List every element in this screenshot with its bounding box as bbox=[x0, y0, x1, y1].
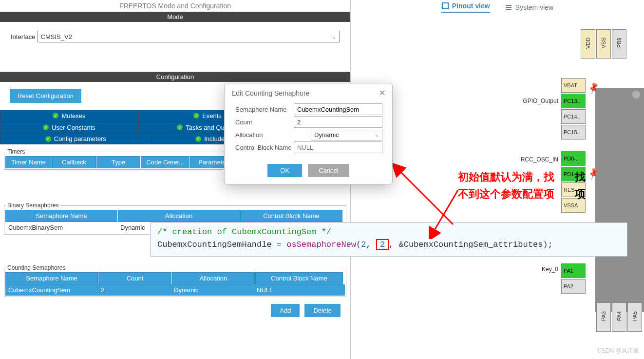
pin-vss[interactable]: VSS bbox=[596, 29, 611, 59]
cell-sem-name: CubemxBinarySem bbox=[5, 222, 117, 233]
pin-pa2[interactable]: PA2 bbox=[561, 279, 586, 294]
check-icon: ✓ bbox=[45, 136, 51, 142]
system-view-tab[interactable]: System view bbox=[505, 2, 554, 13]
interface-row: Interface CMSIS_V2 ⌄ bbox=[0, 22, 350, 72]
interface-value: CMSIS_V2 bbox=[41, 33, 72, 40]
pin-pb9[interactable]: PB9 bbox=[612, 29, 626, 59]
configuration-bar: Configuration bbox=[0, 72, 350, 82]
cell-cbn2: NULL bbox=[254, 284, 341, 296]
cell-alloc2: Dynamic bbox=[171, 284, 254, 296]
cell-count: 2 bbox=[98, 284, 171, 296]
col-type[interactable]: Type bbox=[96, 156, 140, 168]
col-callback[interactable]: Callback bbox=[52, 156, 96, 168]
edit-counting-semaphore-dialog: Edit Counting Semaphore ✕ Semaphore Name… bbox=[224, 83, 393, 184]
timers-legend: Timers bbox=[5, 148, 27, 155]
pin-pc14[interactable]: PC14.. bbox=[561, 109, 586, 124]
cancel-button[interactable]: Cancel bbox=[308, 164, 349, 177]
label-count: Count bbox=[235, 119, 294, 126]
pin-pa3[interactable]: PA3 bbox=[596, 302, 611, 332]
pin-pd0[interactable]: PD0-.. bbox=[561, 151, 586, 166]
watermark: CSDN @风正豪 bbox=[597, 347, 639, 355]
code-comment: /* creation of CubemxCountingSem */ bbox=[157, 226, 620, 239]
tab-mutexes[interactable]: ✓Mutexes bbox=[0, 110, 138, 121]
dialog-title: Edit Counting Semaphore bbox=[231, 89, 309, 97]
check-icon: ✓ bbox=[43, 124, 49, 130]
counting-legend: Counting Semaphores bbox=[5, 264, 67, 271]
label-sem-name: Semaphore Name bbox=[235, 106, 294, 113]
col-codegen[interactable]: Code Gene... bbox=[141, 156, 189, 168]
delete-button-2[interactable]: Delete bbox=[304, 304, 341, 317]
col-alloc2[interactable]: Allocation bbox=[172, 272, 255, 284]
chevron-down-icon: ⌄ bbox=[332, 34, 336, 40]
col-timer-name[interactable]: Timer Name bbox=[5, 156, 52, 168]
chip-body bbox=[595, 88, 644, 312]
pin-vdd[interactable]: VDD bbox=[581, 29, 595, 59]
col-alloc[interactable]: Allocation bbox=[118, 210, 240, 222]
tab-user-constants[interactable]: ✓User Constants bbox=[0, 121, 138, 133]
select-allocation[interactable]: Dynamic ⌄ bbox=[311, 129, 382, 140]
label-key0: Key_0 bbox=[529, 266, 558, 273]
pin-vbat[interactable]: VBAT bbox=[561, 78, 586, 93]
mode-bar: Mode bbox=[0, 12, 350, 22]
close-icon[interactable]: ✕ bbox=[379, 88, 385, 98]
pin-pa1[interactable]: PA1 bbox=[561, 263, 586, 278]
check-icon: ✓ bbox=[195, 136, 201, 142]
check-icon: ✓ bbox=[177, 124, 183, 130]
tab-config-params[interactable]: ✓Config parameters bbox=[0, 133, 152, 144]
freertos-title: FREERTOS Mode and Configuration bbox=[0, 0, 350, 12]
col-cbn2[interactable]: Control Block Name bbox=[255, 272, 343, 284]
col-count[interactable]: Count bbox=[98, 272, 171, 284]
interface-label: Interface bbox=[11, 33, 36, 40]
interface-select[interactable]: CMSIS_V2 ⌄ bbox=[38, 31, 340, 42]
col-sem-name[interactable]: Semaphore Name bbox=[5, 210, 117, 222]
ok-button[interactable]: OK bbox=[267, 164, 302, 177]
label-allocation: Allocation bbox=[235, 131, 311, 139]
table-row-selected[interactable]: CubemxCountingSem 2 Dynamic NULL bbox=[5, 284, 345, 296]
check-icon: ✓ bbox=[53, 113, 58, 119]
annotation-red: 初始值默认为满，找不到这个参数配置项 bbox=[458, 168, 554, 202]
pin-pc13[interactable]: PC13.. bbox=[561, 94, 586, 108]
add-button-2[interactable]: Add bbox=[271, 304, 300, 317]
binary-legend: Binary Semaphores bbox=[5, 202, 60, 209]
col-sem-name2[interactable]: Semaphore Name bbox=[5, 272, 98, 284]
label-gpio-output: GPIO_Output bbox=[505, 98, 558, 104]
code-line2: CubemxCountingSemHandle = osSemaphoreNew… bbox=[157, 239, 620, 251]
pin-pa5[interactable]: PA5 bbox=[627, 302, 642, 332]
reset-configuration-button[interactable]: Reset Configuration bbox=[10, 89, 81, 103]
col-cbn[interactable]: Control Block Name bbox=[240, 210, 342, 222]
check-icon: ✓ bbox=[193, 113, 199, 119]
input-cbn[interactable] bbox=[294, 141, 382, 153]
annotation-black: 找项 bbox=[575, 168, 586, 202]
chip-orientation-dot bbox=[632, 91, 640, 99]
input-sem-name[interactable] bbox=[294, 103, 382, 115]
code-snippet: /* creation of CubemxCountingSem */ Cube… bbox=[150, 222, 627, 257]
svg-rect-0 bbox=[442, 3, 448, 9]
counting-sem-fieldset: Counting Semaphores Semaphore Name Count… bbox=[4, 264, 346, 297]
chip-area: VDD VSS PB9 VBAT PC13.. PC14.. PC15.. PD… bbox=[561, 29, 644, 332]
highlighted-param: 2 bbox=[376, 239, 389, 250]
chip-icon bbox=[441, 2, 449, 10]
list-icon bbox=[505, 3, 512, 11]
label-rcc-osc-in: RCC_OSC_IN bbox=[505, 156, 558, 163]
input-count[interactable] bbox=[294, 116, 382, 128]
label-cbn: Control Block Name bbox=[235, 144, 294, 151]
chevron-down-icon: ⌄ bbox=[375, 132, 379, 138]
pin-pc15[interactable]: PC15.. bbox=[561, 125, 586, 140]
pin-pa4[interactable]: PA4 bbox=[612, 302, 626, 332]
pinout-view-tab[interactable]: Pinout view bbox=[441, 2, 490, 13]
cell-sem-name2: CubemxCountingSem bbox=[5, 284, 98, 296]
